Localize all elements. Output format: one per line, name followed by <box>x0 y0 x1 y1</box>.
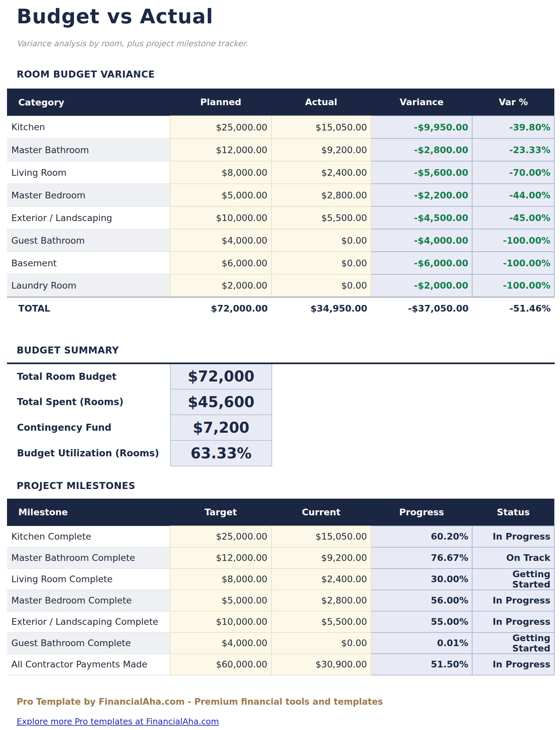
table-row: Exterior / Landscaping $10,000.00 $5,500… <box>7 206 554 229</box>
target-cell: $25,000.00 <box>170 526 271 547</box>
planned-cell: $6,000.00 <box>170 252 271 274</box>
milestone-cell: Exterior / Landscaping Complete <box>7 611 170 633</box>
var-pct-cell: -44.00% <box>472 184 554 206</box>
actual-cell: $5,500.00 <box>272 206 371 229</box>
table-row: Living Room Complete $8,000.00 $2,400.00… <box>7 569 554 590</box>
target-cell: $5,000.00 <box>170 590 271 611</box>
summary-label: Total Room Budget <box>7 363 170 389</box>
table-row: Laundry Room $2,000.00 $0.00 -$2,000.00 … <box>7 274 554 297</box>
target-cell: $60,000.00 <box>170 654 271 675</box>
milestone-cell: Living Room Complete <box>7 569 170 590</box>
project-milestones-heading: PROJECT MILESTONES <box>17 480 560 491</box>
summary-row: Total Room Budget $72,000 <box>7 363 555 389</box>
target-cell: $12,000.00 <box>170 547 271 569</box>
status-cell: In Progress <box>472 654 554 675</box>
var-pct-cell: -100.00% <box>472 252 554 274</box>
table-row: Living Room $8,000.00 $2,400.00 -$5,600.… <box>7 161 554 184</box>
progress-cell: 56.00% <box>371 590 472 611</box>
category-cell: Guest Bathroom <box>7 229 170 252</box>
variance-cell: -$4,500.00 <box>371 206 472 229</box>
milestone-cell: Master Bathroom Complete <box>7 547 170 569</box>
actual-cell: $2,800.00 <box>272 184 371 206</box>
document-page: Budget vs Actual Variance analysis by ro… <box>0 0 560 726</box>
table-row: Guest Bathroom $4,000.00 $0.00 -$4,000.0… <box>7 229 554 252</box>
status-cell: In Progress <box>472 526 554 547</box>
summary-row: Budget Utilization (Rooms) 63.33% <box>7 441 555 466</box>
milestone-cell: All Contractor Payments Made <box>7 654 170 675</box>
table-header: Milestone Target Current Progress Status <box>7 499 554 526</box>
variance-cell: -$4,000.00 <box>371 229 472 252</box>
progress-cell: 30.00% <box>371 569 472 590</box>
category-cell: Basement <box>7 252 170 274</box>
summary-row: Contingency Fund $7,200 <box>7 415 555 441</box>
actual-cell: $2,400.00 <box>272 161 371 184</box>
table-row: Guest Bathroom Complete $4,000.00 $0.00 … <box>7 633 554 654</box>
planned-cell: $2,000.00 <box>170 274 271 297</box>
column-header-variance: Variance <box>371 89 472 116</box>
status-cell: In Progress <box>472 611 554 633</box>
category-cell: Master Bathroom <box>7 138 170 161</box>
room-budget-variance-heading: ROOM BUDGET VARIANCE <box>17 69 560 80</box>
column-header-current: Current <box>272 499 371 526</box>
table-row: All Contractor Payments Made $60,000.00 … <box>7 654 554 675</box>
table-row: Master Bedroom Complete $5,000.00 $2,800… <box>7 590 554 611</box>
category-cell: Master Bedroom <box>7 184 170 206</box>
column-header-var-pct: Var % <box>472 89 554 116</box>
column-header-planned: Planned <box>170 89 271 116</box>
summary-row: Total Spent (Rooms) $45,600 <box>7 389 555 415</box>
status-cell: Getting Started <box>472 633 554 654</box>
status-cell: On Track <box>472 547 554 569</box>
status-cell: In Progress <box>472 590 554 611</box>
summary-value: $7,200 <box>170 415 272 441</box>
variance-cell: -$2,000.00 <box>371 274 472 297</box>
actual-cell: $15,050.00 <box>272 116 371 138</box>
planned-cell: $12,000.00 <box>170 138 271 161</box>
financialaha-link[interactable]: Explore more Pro templates at FinancialA… <box>17 717 219 726</box>
total-label: TOTAL <box>7 297 170 319</box>
column-header-target: Target <box>170 499 271 526</box>
table-row: Master Bathroom $12,000.00 $9,200.00 -$2… <box>7 138 554 161</box>
planned-cell: $8,000.00 <box>170 161 271 184</box>
variance-cell: -$2,200.00 <box>371 184 472 206</box>
planned-cell: $5,000.00 <box>170 184 271 206</box>
page-subtitle: Variance analysis by room, plus project … <box>17 39 560 48</box>
progress-cell: 60.20% <box>371 526 472 547</box>
table-row: Kitchen Complete $25,000.00 $15,050.00 6… <box>7 526 554 547</box>
column-header-milestone: Milestone <box>7 499 170 526</box>
actual-cell: $9,200.00 <box>272 138 371 161</box>
current-cell: $2,400.00 <box>272 569 371 590</box>
variance-cell: -$2,800.00 <box>371 138 472 161</box>
progress-cell: 0.01% <box>371 633 472 654</box>
status-cell: Getting Started <box>472 569 554 590</box>
table-row: Master Bathroom Complete $12,000.00 $9,2… <box>7 547 554 569</box>
milestone-cell: Kitchen Complete <box>7 526 170 547</box>
var-pct-cell: -45.00% <box>472 206 554 229</box>
var-pct-cell: -100.00% <box>472 274 554 297</box>
progress-cell: 76.67% <box>371 547 472 569</box>
summary-filler <box>272 389 555 415</box>
milestone-cell: Guest Bathroom Complete <box>7 633 170 654</box>
summary-label: Total Spent (Rooms) <box>7 389 170 415</box>
progress-cell: 55.00% <box>371 611 472 633</box>
progress-cell: 51.50% <box>371 654 472 675</box>
current-cell: $9,200.00 <box>272 547 371 569</box>
summary-value: $72,000 <box>170 363 272 389</box>
category-cell: Laundry Room <box>7 274 170 297</box>
project-milestones-body: Kitchen Complete $25,000.00 $15,050.00 6… <box>7 526 554 675</box>
current-cell: $5,500.00 <box>272 611 371 633</box>
target-cell: $10,000.00 <box>170 611 271 633</box>
variance-cell: -$6,000.00 <box>371 252 472 274</box>
var-pct-cell: -23.33% <box>472 138 554 161</box>
summary-label: Contingency Fund <box>7 415 170 441</box>
footer-tagline: Pro Template by FinancialAha.com - Premi… <box>17 697 560 707</box>
var-pct-cell: -70.00% <box>472 161 554 184</box>
category-cell: Living Room <box>7 161 170 184</box>
category-cell: Exterior / Landscaping <box>7 206 170 229</box>
variance-cell: -$5,600.00 <box>371 161 472 184</box>
var-pct-cell: -100.00% <box>472 229 554 252</box>
table-row: Basement $6,000.00 $0.00 -$6,000.00 -100… <box>7 252 554 274</box>
actual-cell: $0.00 <box>272 274 371 297</box>
summary-filler <box>272 363 555 389</box>
actual-cell: $0.00 <box>272 252 371 274</box>
column-header-progress: Progress <box>371 499 472 526</box>
